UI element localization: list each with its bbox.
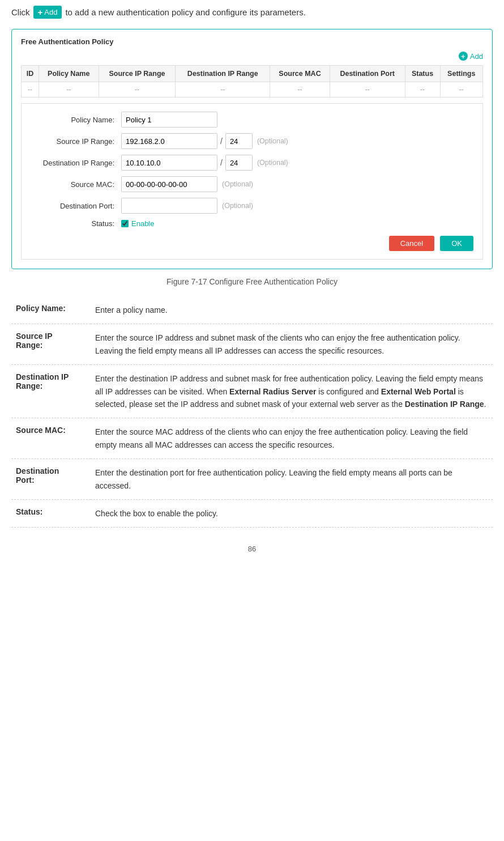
intro-line: Click + Add to add a new authentication … — [11, 6, 493, 19]
status-label: Status: — [31, 219, 121, 228]
policy-name-input[interactable] — [121, 112, 217, 128]
free-auth-policy-box: Free Authentication Policy + Add ID Poli… — [11, 29, 493, 269]
desc-term-dest-port: DestinationPort: — [11, 459, 91, 500]
desc-term-dest-ip: Destination IPRange: — [11, 365, 91, 418]
desc-text-dest-ip: Enter the destination IP address and sub… — [91, 365, 493, 418]
cell-source-ip: -- — [99, 82, 176, 97]
col-source-ip: Source IP Range — [99, 66, 176, 82]
col-settings: Settings — [440, 66, 483, 82]
desc-term-source-ip: Source IPRange: — [11, 324, 91, 365]
source-mac-label: Source MAC: — [31, 180, 121, 189]
cell-policy-name: -- — [39, 82, 99, 97]
add-button-inline[interactable]: + Add — [33, 6, 62, 19]
dest-port-optional: (Optional) — [222, 202, 253, 210]
slash-1: / — [220, 137, 223, 146]
form-actions: Cancel OK — [31, 236, 473, 251]
status-row: Status: Enable — [31, 219, 473, 228]
desc-text-status: Check the box to enable the policy. — [91, 499, 493, 527]
desc-term-policy-name: Policy Name: — [11, 296, 91, 324]
figure-caption: Figure 7-17 Configure Free Authenticatio… — [11, 277, 493, 286]
desc-text-source-mac: Enter the source MAC address of the clie… — [91, 418, 493, 459]
col-dest-ip: Destination IP Range — [176, 66, 270, 82]
source-mac-optional: (Optional) — [222, 180, 253, 188]
dest-port-row: Destination Port: (Optional) — [31, 198, 473, 214]
enable-checkbox-row: Enable — [121, 219, 154, 228]
table-row: -- -- -- -- -- -- -- -- — [22, 82, 483, 97]
box-header: + Add — [21, 52, 483, 61]
dest-ip-optional: (Optional) — [257, 159, 288, 167]
source-mac-row: Source MAC: (Optional) — [31, 176, 473, 192]
add-label-green: Add — [470, 52, 483, 61]
dest-port-input[interactable] — [121, 198, 217, 214]
desc-row-dest-ip: Destination IPRange: Enter the destinati… — [11, 365, 493, 418]
dest-ip-mask-input[interactable] — [225, 155, 253, 171]
plus-icon: + — [38, 7, 43, 17]
circle-plus-icon: + — [459, 52, 468, 61]
source-ip-optional: (Optional) — [257, 137, 288, 145]
desc-text-source-ip: Enter the source IP address and subnet m… — [91, 324, 493, 365]
add-button-green[interactable]: + Add — [459, 52, 483, 61]
cell-source-mac: -- — [270, 82, 330, 97]
cell-id: -- — [22, 82, 39, 97]
col-dest-port: Destination Port — [330, 66, 405, 82]
col-policy-name: Policy Name — [39, 66, 99, 82]
policy-name-row: Policy Name: — [31, 112, 473, 128]
desc-text-dest-port: Enter the destination port for free auth… — [91, 459, 493, 500]
page-number: 86 — [11, 545, 493, 553]
desc-term-source-mac: Source MAC: — [11, 418, 91, 459]
policy-form: Policy Name: Source IP Range: / (Optiona… — [21, 103, 483, 260]
source-ip-row: Source IP Range: / (Optional) — [31, 133, 473, 149]
enable-text: Enable — [131, 219, 154, 228]
col-status: Status — [405, 66, 440, 82]
desc-row-dest-port: DestinationPort: Enter the destination p… — [11, 459, 493, 500]
cell-settings: -- — [440, 82, 483, 97]
cell-dest-port: -- — [330, 82, 405, 97]
desc-row-source-mac: Source MAC: Enter the source MAC address… — [11, 418, 493, 459]
source-ip-label: Source IP Range: — [31, 137, 121, 146]
col-id: ID — [22, 66, 39, 82]
desc-term-status: Status: — [11, 499, 91, 527]
dest-ip-row: Destination IP Range: / (Optional) — [31, 155, 473, 171]
slash-2: / — [220, 158, 223, 167]
intro-text-after: to add a new authentication policy and c… — [65, 7, 305, 17]
policy-table: ID Policy Name Source IP Range Destinati… — [21, 65, 483, 97]
cell-status: -- — [405, 82, 440, 97]
enable-checkbox[interactable] — [121, 220, 129, 227]
desc-row-status: Status: Check the box to enable the poli… — [11, 499, 493, 527]
cell-dest-ip: -- — [176, 82, 270, 97]
desc-row-source-ip: Source IPRange: Enter the source IP addr… — [11, 324, 493, 365]
dest-ip-label: Destination IP Range: — [31, 159, 121, 167]
ok-button[interactable]: OK — [440, 236, 473, 251]
add-label-inline: Add — [44, 8, 57, 16]
policy-name-label: Policy Name: — [31, 116, 121, 124]
dest-port-label: Destination Port: — [31, 202, 121, 210]
desc-row-policy-name: Policy Name: Enter a policy name. — [11, 296, 493, 324]
intro-text-before: Click — [11, 7, 30, 17]
policy-box-title: Free Authentication Policy — [21, 37, 483, 46]
source-ip-input[interactable] — [121, 133, 217, 149]
dest-ip-input[interactable] — [121, 155, 217, 171]
description-table: Policy Name: Enter a policy name. Source… — [11, 296, 493, 528]
col-source-mac: Source MAC — [270, 66, 330, 82]
source-ip-mask-input[interactable] — [225, 133, 253, 149]
source-mac-input[interactable] — [121, 176, 217, 192]
cancel-button[interactable]: Cancel — [389, 236, 434, 251]
desc-text-policy-name: Enter a policy name. — [91, 296, 493, 324]
